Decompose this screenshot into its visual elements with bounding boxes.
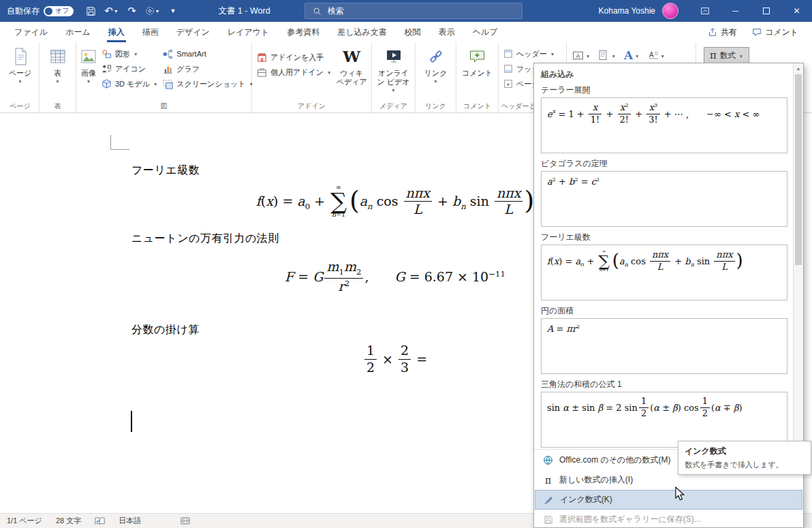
tab-file[interactable]: ファイル — [5, 22, 57, 42]
scroll-up-arrow[interactable]: ▲ — [794, 63, 803, 74]
touch-mouse-mode-button[interactable]: ▼ — [142, 0, 162, 22]
chevron-down-icon: ▼ — [433, 79, 437, 84]
chevron-down-icon: ▼ — [155, 9, 160, 14]
redo-button[interactable]: ↷ — [121, 0, 142, 22]
page-indicator[interactable]: 1/1 ページ — [7, 516, 42, 526]
gallery-item-circle-area[interactable]: 円の面積 A = πr2 — [541, 306, 787, 374]
macro-record-icon — [181, 517, 190, 525]
smartart-icon — [163, 49, 173, 59]
qat-customize-button[interactable]: ▼ — [162, 0, 183, 22]
wordart-button[interactable]: A ▼ — [621, 47, 643, 63]
autosave-switch[interactable]: オフ — [44, 6, 74, 16]
share-button[interactable]: 共有 — [702, 25, 743, 40]
tab-layout[interactable]: レイアウト — [219, 22, 278, 42]
undo-button[interactable]: ↶▼ — [101, 0, 121, 22]
chevron-down-icon: ▼ — [586, 54, 590, 59]
text-box-icon: A — [572, 50, 584, 61]
tab-references[interactable]: 参考資料 — [278, 22, 328, 42]
my-addins-icon — [257, 67, 267, 78]
chart-button[interactable]: グラフ — [160, 61, 256, 76]
language-indicator[interactable]: 日本語 — [119, 516, 141, 526]
tab-insert[interactable]: 挿入 — [99, 22, 134, 42]
chevron-down-icon: ▼ — [550, 52, 555, 57]
text-cursor — [131, 411, 132, 432]
ribbon-group-media: オンライン ビデオ ▼ メディア — [372, 42, 416, 112]
chevron-down-icon: ▼ — [661, 54, 665, 59]
get-addins-button[interactable]: アドインを入手 — [254, 50, 334, 65]
doc-heading-newton[interactable]: ニュートンの万有引力の法則 — [131, 232, 279, 246]
macro-record-button[interactable] — [181, 517, 190, 525]
ribbon-group-tables: 表 ▼ 表 — [40, 42, 76, 112]
tab-view[interactable]: 表示 — [430, 22, 464, 42]
ink-equation-tooltip: インク数式 数式を手書きで挿入します。 — [678, 441, 811, 475]
tab-design[interactable]: デザイン — [168, 22, 219, 42]
equation-button[interactable]: π 数式 ▼ — [704, 47, 749, 63]
group-label-links: リンク — [416, 102, 456, 111]
my-addins-button[interactable]: 個人用アドイン▼ — [254, 65, 334, 80]
scrollbar-thumb[interactable] — [795, 74, 802, 265]
gallery-section-header: 組み込み — [534, 63, 803, 80]
new-comment-button[interactable]: コメント — [458, 44, 496, 78]
gallery-item-pythagoras[interactable]: ピタゴラスの定理 a2 + b2 = c2 — [541, 159, 787, 227]
svg-text:A: A — [576, 52, 580, 59]
footer-icon — [503, 64, 513, 74]
store-icon — [257, 52, 267, 63]
shapes-button[interactable]: 図形▼ — [99, 46, 160, 61]
link-button[interactable]: リンク ▼ — [418, 44, 454, 84]
gallery-scrollbar[interactable]: ▲ ▼ — [793, 63, 803, 449]
icons-button[interactable]: アイコン — [99, 61, 160, 76]
comments-button[interactable]: コメント — [747, 25, 804, 40]
ribbon-group-illustrations: 画像 ▼ 図形▼ アイコン 3D モデル▼ SmartArt — [76, 42, 252, 112]
word-count[interactable]: 28 文字 — [56, 516, 81, 526]
icons-icon — [102, 64, 112, 74]
ribbon-group-addins: アドインを入手 個人用アドイン▼ W ウィキ ペディア アドイン — [252, 42, 372, 112]
smartart-button[interactable]: SmartArt — [160, 46, 256, 61]
quick-parts-button[interactable]: ▼ — [595, 47, 619, 63]
pictures-button[interactable]: 画像 ▼ — [78, 44, 99, 84]
gallery-item-trig[interactable]: 三角法の和積の公式 1 sin α ± sin β = 2 sin12(α ± … — [541, 379, 787, 448]
autosave-label: 自動保存 — [7, 5, 40, 17]
doc-equation-fourier[interactable]: f(x) = a0 + ∞∑n=1(an cos nπxL + bn sin n… — [218, 185, 572, 220]
ribbon-group-links: リンク ▼ リンク — [416, 42, 456, 112]
minimize-button[interactable]: ─ — [720, 0, 751, 22]
tab-review[interactable]: 校閲 — [396, 22, 430, 42]
menu-item-ink-equation[interactable]: インク数式(K) — [535, 490, 802, 510]
chevron-down-icon: ▼ — [635, 54, 639, 59]
tab-draw[interactable]: 描画 — [134, 22, 168, 42]
proofing-button[interactable] — [95, 516, 105, 525]
doc-equation-fraction[interactable]: 12 × 23 = — [293, 345, 497, 377]
doc-equation-newton[interactable]: F = Gm1m2r2, G = 6.67 × 10−11 — [225, 261, 565, 296]
search-box[interactable]: 検索 — [304, 3, 522, 19]
autosave-toggle[interactable]: 自動保存 オフ — [0, 5, 80, 17]
screenshot-button[interactable]: スクリーンショット▼ — [160, 76, 256, 91]
3d-models-button[interactable]: 3D モデル▼ — [99, 76, 160, 91]
gallery-item-fourier[interactable]: フーリエ級数 f(x) = a0 + ∞∑n=1(an cos nπxL + b… — [541, 232, 787, 300]
toggle-knob — [45, 7, 52, 15]
table-button[interactable]: 表 ▼ — [42, 44, 74, 84]
gallery-item-taylor[interactable]: テーラー展開 ex = 1 + x1! + x22! + x33! + ⋯ , … — [541, 85, 787, 153]
close-button[interactable]: ✕ — [781, 0, 812, 22]
tab-home[interactable]: ホーム — [57, 22, 99, 42]
avatar[interactable] — [662, 3, 678, 19]
document-title: 文書 1 - Word — [218, 5, 270, 17]
text-box-button[interactable]: A ▼ — [569, 47, 593, 63]
save-button[interactable] — [80, 0, 101, 22]
chevron-down-icon: ▼ — [153, 82, 157, 87]
online-video-button[interactable]: オンライン ビデオ ▼ — [374, 44, 413, 93]
doc-heading-fraction[interactable]: 分数の掛け算 — [131, 323, 200, 337]
doc-heading-fourier[interactable]: フーリエ級数 — [131, 164, 200, 178]
tab-help[interactable]: ヘルプ — [464, 22, 507, 42]
pages-button[interactable]: ページ ▼ — [3, 44, 37, 84]
drop-cap-button[interactable]: A ▼ — [644, 47, 668, 63]
margin-crop-mark — [110, 135, 129, 150]
maximize-button[interactable] — [751, 0, 781, 22]
user-name[interactable]: Kohama Yoshie — [599, 6, 655, 16]
group-label-illustrations: 図 — [76, 102, 251, 111]
save-gallery-icon — [542, 515, 554, 525]
ribbon-display-options-button[interactable] — [689, 0, 720, 22]
chevron-down-icon: ▼ — [170, 7, 176, 14]
header-button[interactable]: ヘッダー▼ — [501, 46, 565, 61]
tab-mailings[interactable]: 差し込み文書 — [328, 22, 396, 42]
wikipedia-button[interactable]: W ウィキ ペディア — [334, 44, 369, 87]
share-icon — [708, 27, 717, 37]
